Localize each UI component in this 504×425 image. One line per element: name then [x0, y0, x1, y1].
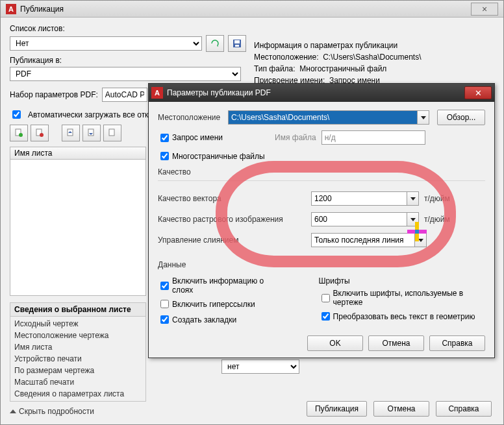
- pdf-title: Параметры публикации PDF: [167, 88, 271, 97]
- ok-button[interactable]: OK: [307, 335, 363, 351]
- dropdown-icon[interactable]: [415, 233, 427, 247]
- close-icon[interactable]: ✕: [464, 86, 492, 99]
- raster-quality-select[interactable]: 600: [311, 212, 407, 226]
- sheet-list-select[interactable]: Нет: [10, 36, 202, 51]
- quality-section-label: Качество: [158, 167, 485, 176]
- detail-row: Масштаб печати: [14, 376, 142, 388]
- move-down-icon[interactable]: [82, 125, 101, 141]
- cancel-button[interactable]: Отмена: [368, 335, 424, 351]
- publish-button[interactable]: Публикация: [307, 401, 367, 417]
- merge-control-label: Управление слиянием: [158, 236, 311, 245]
- close-icon[interactable]: ×: [471, 3, 498, 16]
- chevron-up-icon: [10, 409, 16, 413]
- prompt-name-label: Запрос имени: [172, 133, 223, 142]
- include-layers-label: Включить информацию о слоях: [172, 276, 280, 295]
- include-fonts-label: Включить шрифты, используемые в чертеже: [333, 289, 485, 307]
- detail-row: Сведения о параметрах листа: [14, 388, 142, 400]
- sheet-list-label: Список листов:: [10, 24, 494, 33]
- svg-point-6: [40, 133, 44, 137]
- svg-point-4: [19, 133, 23, 137]
- info-header: Информация о параметрах публикации: [254, 41, 422, 50]
- include-links-checkbox[interactable]: [160, 300, 169, 308]
- detail-row: По размерам чертежа: [14, 365, 142, 376]
- app-icon: A: [6, 4, 16, 14]
- multipage-checkbox[interactable]: [160, 152, 169, 160]
- text-to-geometry-checkbox[interactable]: [321, 312, 330, 321]
- help-button[interactable]: Справка: [429, 335, 485, 351]
- detail-row: Исходный чертеж: [14, 318, 142, 330]
- merge-control-select[interactable]: Только последняя линия: [311, 233, 415, 247]
- auto-load-label: Автоматически загружать все отк: [28, 110, 148, 119]
- sheet-list[interactable]: [10, 160, 146, 296]
- move-up-icon[interactable]: [62, 125, 80, 141]
- app-icon: A: [151, 87, 163, 99]
- svg-rect-2: [235, 45, 239, 47]
- dropdown-icon[interactable]: [407, 212, 419, 226]
- sheet-options-icon[interactable]: [103, 125, 121, 141]
- create-bookmarks-checkbox[interactable]: [160, 315, 169, 324]
- detail-row: Устройство печати: [14, 353, 142, 365]
- vector-quality-select[interactable]: 1200: [311, 191, 407, 206]
- fonts-section-label: Шрифты: [319, 276, 350, 285]
- raster-quality-label: Качество растрового изображения: [158, 215, 311, 224]
- detail-row: Имя листа: [14, 341, 142, 353]
- prompt-name-checkbox[interactable]: [160, 134, 169, 142]
- refresh-icon[interactable]: [206, 35, 224, 52]
- publication-titlebar[interactable]: A Публикация ×: [1, 1, 503, 18]
- pdf-options-dialog: A Параметры публикации PDF ✕ Местоположе…: [148, 83, 495, 358]
- include-fonts-checkbox[interactable]: [321, 294, 330, 302]
- filename-input: [321, 130, 425, 145]
- pdf-preset-label: Набор параметров PDF:: [10, 90, 98, 99]
- cancel-button[interactable]: Отмена: [373, 401, 429, 417]
- add-sheet-icon[interactable]: [10, 125, 28, 141]
- create-bookmarks-label: Создать закладки: [172, 315, 236, 324]
- svg-rect-9: [109, 129, 114, 136]
- save-icon[interactable]: [228, 35, 246, 52]
- include-links-label: Включить гиперссылки: [172, 300, 255, 309]
- include-layers-checkbox[interactable]: [160, 282, 169, 290]
- help-button[interactable]: Справка: [436, 401, 492, 417]
- dropdown-icon[interactable]: [407, 191, 419, 206]
- filename-label: Имя файла: [275, 133, 316, 142]
- publication-title: Публикация: [20, 5, 64, 14]
- detail-row: Местоположение чертежа: [14, 330, 142, 341]
- browse-button[interactable]: Обзор...: [437, 110, 485, 125]
- auto-load-checkbox[interactable]: [12, 110, 21, 119]
- location-label: Местоположение: [158, 113, 228, 122]
- pdf-preset-input[interactable]: [102, 88, 147, 102]
- publish-to-label: Публикация в:: [10, 56, 494, 65]
- unit-label: т/дюйм: [424, 194, 450, 203]
- remove-sheet-icon[interactable]: [31, 125, 49, 141]
- pdf-titlebar[interactable]: A Параметры публикации PDF ✕: [149, 84, 494, 102]
- svg-rect-1: [234, 40, 240, 43]
- unit-label: т/дюйм: [424, 215, 450, 224]
- sheet-details-header[interactable]: Сведения о выбранном листе: [10, 302, 146, 317]
- vector-quality-label: Качество вектора: [158, 194, 311, 203]
- precision-select[interactable]: нет: [221, 359, 299, 374]
- publish-to-select[interactable]: PDF: [10, 67, 241, 81]
- location-input[interactable]: [228, 110, 418, 125]
- data-section-label: Данные: [158, 260, 485, 269]
- publish-info: Информация о параметрах публикации Место…: [254, 41, 422, 88]
- location-dropdown-icon[interactable]: [418, 110, 429, 125]
- sheet-name-header[interactable]: Имя листа: [10, 147, 146, 160]
- sheet-details-body: Исходный чертеж Местоположение чертежа И…: [10, 317, 146, 402]
- multipage-label: Многостраничные файлы: [172, 152, 265, 161]
- text-to-geometry-label: Преобразовать весь текст в геометрию: [333, 312, 475, 321]
